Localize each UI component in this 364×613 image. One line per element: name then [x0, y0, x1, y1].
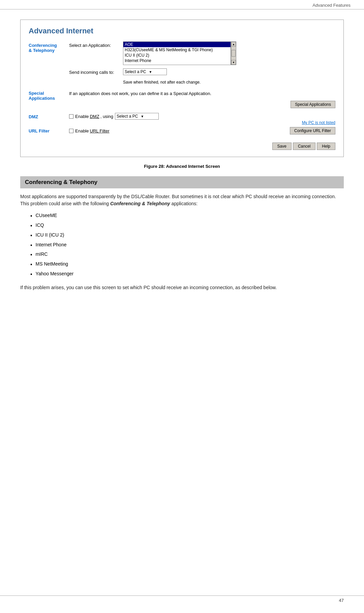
page-footer: 47 — [0, 595, 364, 603]
select-application-label: Select an Application: — [69, 41, 123, 48]
list-item: mIRC — [30, 250, 344, 260]
special-app-desc: If an application does not work, you can… — [69, 91, 211, 97]
dmz-pc-dropdown[interactable]: Select a PC ▼ — [115, 113, 159, 120]
app-list-item-icu2[interactable]: ICU II (ICU 2) — [123, 53, 231, 58]
bullet-list: CUseeME ICQ ICU II (ICU 2) Internet Phon… — [30, 211, 344, 279]
special-applications-button[interactable]: Special Applications — [291, 101, 335, 108]
help-button[interactable]: Help — [317, 143, 335, 150]
app-list-item-internet-phone[interactable]: Internet Phone — [123, 58, 231, 63]
send-incoming-dropdown[interactable]: Select a PC ▼ — [123, 68, 167, 75]
section-heading-bar: Conferencing & Telephony — [20, 176, 344, 188]
list-item: ICQ — [30, 221, 344, 231]
url-filter-checkbox[interactable] — [69, 129, 73, 133]
scroll-up-arrow[interactable]: ▲ — [231, 42, 236, 47]
page-header: Advanced Features — [0, 0, 364, 9]
dmz-enable-text: Enable — [75, 114, 89, 119]
url-filter-label: URL Filter — [29, 127, 69, 133]
save-note: Save when finished, not after each chang… — [123, 80, 335, 85]
list-item: Yahoo Messenger — [30, 270, 344, 279]
figure-caption: Figure 28: Advanced Internet Screen — [20, 164, 344, 169]
body-paragraph-1: Most applications are supported transpar… — [20, 193, 344, 207]
conferencing-label: Conferencing& Telephony — [29, 41, 69, 53]
send-incoming-label: Send incoming calls to: — [69, 68, 123, 75]
mypc-link[interactable]: My PC is not listed — [69, 120, 335, 125]
save-button[interactable]: Save — [272, 143, 292, 150]
cancel-button[interactable]: Cancel — [293, 143, 315, 150]
dmz-using-text: , using — [100, 114, 113, 119]
body-paragraph-2: If this problem arises, you can use this… — [20, 284, 344, 291]
configure-url-button[interactable]: Configure URL Filter — [290, 127, 335, 134]
scroll-thumb — [232, 50, 236, 57]
scroll-down-arrow[interactable]: ▼ — [231, 60, 236, 65]
dropdown-arrow-icon: ▼ — [149, 70, 152, 74]
url-filter-enable-text: Enable — [75, 128, 89, 133]
url-filter-link[interactable]: URL Filter — [90, 128, 109, 133]
dmz-checkbox[interactable] — [69, 114, 73, 119]
list-item: ICU II (ICU 2) — [30, 231, 344, 241]
dmz-link[interactable]: DMZ — [90, 114, 99, 119]
advanced-internet-box: Advanced Internet Conferencing& Telephon… — [20, 20, 344, 157]
dmz-label: DMZ — [29, 113, 69, 119]
advanced-internet-title: Advanced Internet — [29, 27, 335, 35]
app-list-item-aoe[interactable]: AOE — [123, 42, 231, 47]
bottom-buttons: Save Cancel Help — [29, 140, 335, 150]
list-item: MS NetMeeting — [30, 260, 344, 270]
dmz-dropdown-arrow-icon: ▼ — [141, 115, 144, 118]
listbox-scrollbar[interactable]: ▲ ▼ — [231, 41, 236, 65]
app-list-item-h323[interactable]: H323(CUseeME & MS NetMeeting & TGI Phone… — [123, 47, 231, 53]
application-listbox[interactable]: AOE H323(CUseeME & MS NetMeeting & TGI P… — [123, 41, 231, 65]
list-item: CUseeME — [30, 211, 344, 221]
special-applications-label: SpecialApplications — [29, 89, 69, 101]
list-item: Internet Phone — [30, 241, 344, 250]
